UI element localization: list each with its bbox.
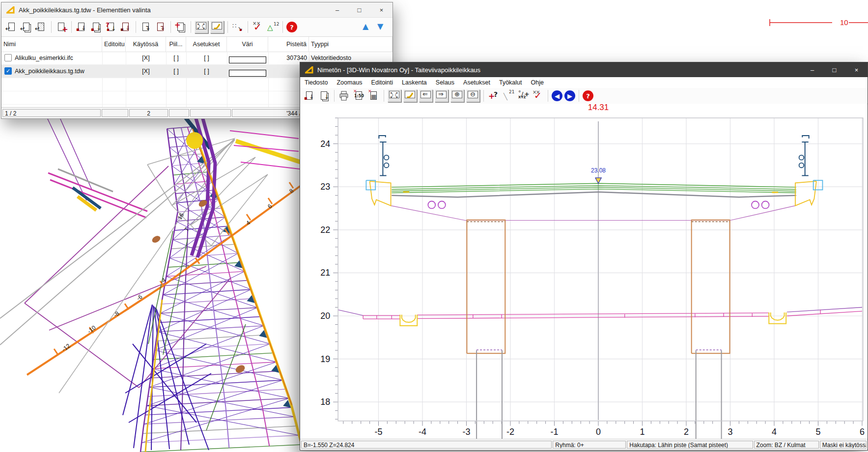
doc-out-dark-icon[interactable]: ↴	[154, 21, 167, 33]
docs-plus-icon[interactable]: +	[174, 21, 187, 33]
toolbar-separator	[136, 21, 136, 33]
ruler21-icon[interactable]: ╲21	[502, 90, 515, 102]
down-icon[interactable]: ▼	[375, 21, 388, 33]
dimension-line: 10	[747, 16, 868, 30]
menu-laskenta[interactable]: Laskenta	[397, 77, 431, 88]
window2-titlebar[interactable]: Nimetön - [3D-Win Novatron Oy] - Taitevi…	[300, 62, 868, 77]
minimize-button[interactable]: –	[326, 2, 348, 17]
menu-työkalut[interactable]: Työkalut	[495, 77, 527, 88]
doc-save-icon[interactable]: ↓▪	[75, 21, 88, 33]
maximize-button[interactable]: □	[823, 62, 845, 77]
btn-zin-icon[interactable]: ⊕	[450, 89, 464, 102]
cross-section-view[interactable]: -5-4-3-2-101234561819202122232414.3123.0…	[300, 104, 867, 439]
navprev-icon[interactable]: ◀	[552, 90, 562, 101]
status-cell	[102, 109, 128, 117]
svg-text:-2: -2	[506, 427, 514, 437]
svg-text:1: 1	[640, 427, 644, 437]
svg-text:0: 0	[596, 427, 601, 437]
column-header-tyyppi[interactable]: Tyyppi	[309, 37, 392, 52]
column-header-nimi[interactable]: Nimi	[1, 37, 102, 52]
btn-fit-icon[interactable]: ↖↗↙↘	[388, 89, 401, 102]
status-cell: Zoom: BZ / Kulmat	[754, 441, 819, 449]
svg-text:24: 24	[320, 139, 330, 149]
svg-text:-5: -5	[374, 427, 382, 437]
cross-section-chart: -5-4-3-2-101234561819202122232414.3123.0…	[300, 104, 867, 439]
row-checkbox[interactable]	[4, 54, 12, 61]
menu-zoomaus[interactable]: Zoomaus	[332, 77, 366, 88]
toolbar-separator	[579, 90, 579, 102]
xxcheck-icon[interactable]: ××✓	[532, 90, 544, 102]
menu-asetukset[interactable]: Asetukset	[459, 77, 495, 88]
toolbar-separator	[191, 21, 191, 33]
help-icon[interactable]: ?	[286, 22, 297, 32]
tri12-icon[interactable]: △12	[266, 21, 279, 33]
row-checkbox[interactable]: ✓	[4, 67, 12, 75]
xyzplus-icon[interactable]: °/+XYZ	[517, 90, 530, 102]
doc-saveas-icon[interactable]: ↓▪	[90, 21, 103, 33]
column-header-piil[interactable]: Piil...	[166, 37, 186, 52]
close-button[interactable]: ×	[845, 62, 868, 77]
maximize-button[interactable]: □	[348, 2, 370, 17]
helpb-icon[interactable]: ?	[583, 90, 593, 101]
column-header-kytss[interactable]: Käytössä	[126, 37, 166, 52]
cad-drawing-background: -12-10-8-6-4468167	[0, 103, 302, 452]
gridlines	[338, 118, 863, 421]
plusq-icon[interactable]: +?	[487, 90, 500, 102]
doc-out-icon[interactable]: ↴	[140, 21, 152, 33]
menu-selaus[interactable]: Selaus	[431, 77, 459, 88]
svg-text:18: 18	[320, 397, 330, 407]
status-cell: Ryhmä: 0+	[553, 441, 626, 449]
minimize-button[interactable]: –	[801, 62, 823, 77]
btn-zout-icon[interactable]: ⊖	[466, 89, 480, 102]
status-cell: 1 / 2	[2, 109, 101, 117]
btn-back-icon[interactable]: ⇐	[419, 89, 433, 102]
window1-title: Akk_poikkileikkaus.tg.tdw - Elementtien …	[19, 6, 151, 14]
scale150-icon[interactable]: ×1:50	[353, 90, 365, 102]
toolbar-separator	[71, 21, 72, 33]
doc-in2-icon[interactable]: ↵	[20, 21, 33, 33]
check-icon[interactable]: ××✓	[252, 21, 264, 33]
dots-icon[interactable]: ∷↘▪	[231, 21, 244, 33]
btn-pen-icon[interactable]	[210, 21, 224, 33]
menu-editointi[interactable]: Editointi	[367, 77, 397, 88]
menu-tiedosto[interactable]: Tiedosto	[300, 77, 332, 88]
svg-text:20: 20	[320, 311, 330, 321]
doc-q-icon[interactable]: ?↓▪	[105, 21, 117, 33]
column-header-pisteit[interactable]: Pisteitä	[268, 37, 309, 52]
doc-plus-icon[interactable]: +	[55, 21, 68, 33]
window1-nav-arrows: ▲▼	[359, 18, 389, 36]
svg-text:6: 6	[860, 427, 865, 437]
file-name: Akk_poikkileikkaus.tg.tdw	[15, 68, 84, 75]
doc-dark-icon[interactable]: ↓▪	[119, 21, 132, 33]
doc-hatch-icon[interactable]: ↵	[35, 21, 48, 33]
cross-section-window: Nimetön - [3D-Win Novatron Oy] - Taitevi…	[300, 62, 868, 451]
doc-out-b-icon[interactable]: ↓	[318, 90, 331, 102]
toolbar-separator	[548, 90, 548, 102]
column-header-asetukset[interactable]: Asetukset	[186, 37, 227, 52]
plan-dot	[151, 234, 162, 244]
toolbar-separator	[248, 21, 248, 33]
navnext-icon[interactable]: ▶	[564, 90, 575, 101]
doc-in-b-icon[interactable]: ↓▪	[303, 90, 316, 102]
doc-in-icon[interactable]: ↵	[5, 21, 18, 33]
window1-titlebar[interactable]: Akk_poikkileikkaus.tg.tdw - Elementtien …	[1, 2, 392, 18]
menu-ohje[interactable]: Ohje	[527, 77, 548, 88]
toolbar-separator	[334, 90, 335, 102]
color-swatch[interactable]	[229, 56, 266, 63]
svg-text:3: 3	[728, 427, 732, 437]
svg-text:4: 4	[772, 427, 777, 437]
window2-statusbar: B=-1.550 Z=24.824Ryhmä: 0+Hakutapa: Lähi…	[300, 439, 868, 450]
btn-fit-icon[interactable]: ↖↗↙↘	[195, 21, 208, 33]
up-icon[interactable]: ▲	[360, 21, 373, 33]
column-header-editoitu[interactable]: Editoitu	[102, 37, 126, 52]
status-cell: B=-1.550 Z=24.824	[301, 441, 552, 449]
scaleplot-icon[interactable]: ×▦	[367, 90, 380, 102]
column-header-vri[interactable]: Väri	[227, 37, 268, 52]
color-swatch[interactable]	[229, 70, 266, 77]
table-header[interactable]: NimiEditoituKäytössäPiil...AsetuksetVäri…	[1, 37, 392, 52]
btn-fwd-icon[interactable]: ⇒	[435, 89, 448, 102]
close-button[interactable]: ×	[370, 2, 392, 17]
printer-icon[interactable]	[338, 90, 351, 102]
btn-pen-icon[interactable]	[403, 89, 417, 102]
window2-toolbar: ↓▪↓×1:50×▦↖↗↙↘⇐⇒⊕⊖+?╲21°/+XYZ××✓◀▶?	[300, 88, 868, 104]
